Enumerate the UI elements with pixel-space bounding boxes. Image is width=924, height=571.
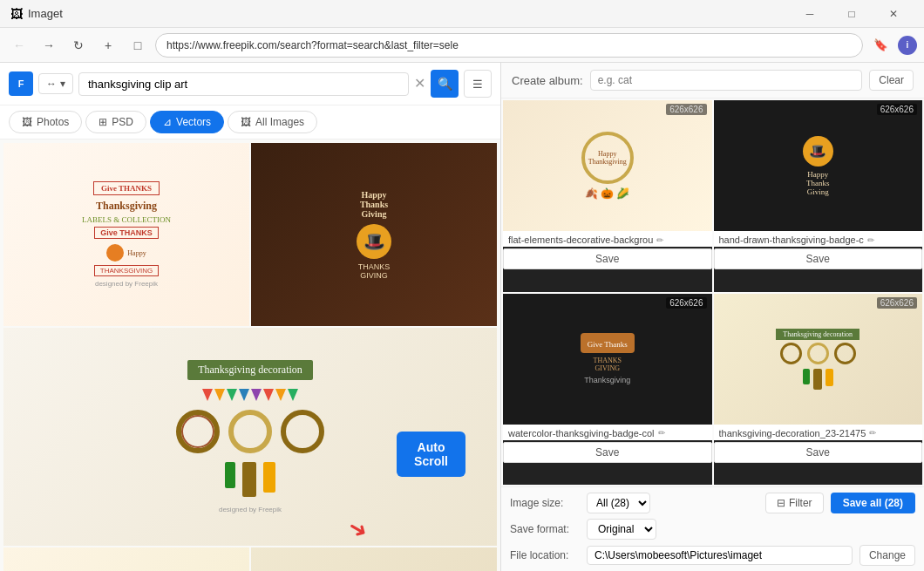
main-container: F ↔ ▾ ✕ 🔍 ☰ 🖼 Photos ⊞ PSD [0,63,924,571]
save-button[interactable]: Save [714,248,923,269]
image-size-badge: 626x626 [666,104,706,115]
bookmark-button[interactable]: 🔖 [868,33,893,58]
filename: thanksgiving-decoration_23-21475 ✏ [719,428,918,438]
edit-icon[interactable]: ✏ [656,235,663,245]
image-size-label: Image size: [510,497,580,509]
search-clear-button[interactable]: ✕ [414,77,425,91]
list-item[interactable]: 🎩 HappyThanksGiving 626x626 hand-drawn-t… [714,100,923,292]
clear-button[interactable]: Clear [869,70,914,91]
back-button[interactable]: ← [7,33,31,58]
save-button[interactable]: Save [503,248,712,269]
reload-button[interactable]: ↻ [66,33,91,58]
card-info: hand-drawn-thanksgiving-badge-c ✏ [714,231,923,247]
list-item[interactable]: HappyThanksgiving 🍂 🎃 🌽 626x626 flat-ele… [503,100,712,292]
auto-scroll-button[interactable]: Auto Scroll [397,432,465,477]
image-size-badge: 626x626 [877,297,917,309]
album-bar: Create album: Clear [501,63,924,99]
list-item[interactable]: Give THANKS Thanksgiving LABELS & COLLEC… [3,143,249,326]
tab-photos[interactable]: 🖼 Photos [9,111,82,133]
tab-all-images[interactable]: 🖼 All Images [228,111,317,133]
browser-bar: ← → ↻ + □ 🔖 i [0,28,924,63]
list-item[interactable]: Give Thanks THANKSGIVING Thanksgiving 62… [503,294,712,486]
window-controls: ─ □ ✕ [790,0,914,28]
minimize-button[interactable]: ─ [790,0,830,28]
decoration-banner: Thanksgiving decoration [187,360,313,380]
search-type-dropdown-icon: ▾ [60,78,65,90]
edit-icon[interactable]: ✏ [658,428,665,438]
file-location-row: File location: Change [510,545,915,566]
new-tab-button[interactable]: + [96,33,120,58]
left-panel: F ↔ ▾ ✕ 🔍 ☰ 🖼 Photos ⊞ PSD [0,63,501,571]
search-type-icon: ↔ [46,78,57,90]
list-item[interactable]: HAPPY THANKSGIVING [3,547,249,571]
image-size-select[interactable]: All (28) [587,493,650,513]
filename: hand-drawn-thanksgiving-badge-c ✏ [719,235,918,245]
all-images-icon: 🖼 [241,116,251,128]
close-button[interactable]: ✕ [873,0,914,28]
save-format-select[interactable]: Original [587,519,656,540]
filter-button[interactable]: ⊟ Filter [765,493,824,513]
file-location-input[interactable] [587,546,853,565]
psd-icon: ⊞ [99,116,107,128]
list-item[interactable]: 🌽 🎃 🍂 Autumn harvest [251,547,497,571]
extension-icon[interactable]: i [898,36,917,55]
card-info: thanksgiving-decoration_23-21475 ✏ [714,425,923,440]
filename: watercolor-thanksgiving-badge-col ✏ [508,428,707,438]
card-info: watercolor-thanksgiving-badge-col ✏ [503,425,712,440]
sliders-icon: ☰ [472,78,483,91]
app-title: Imaget [28,7,790,20]
file-location-label: File location: [510,549,580,561]
app-icon: 🖼 [10,7,23,21]
search-icon: 🔍 [438,77,452,91]
album-label: Create album: [512,74,583,87]
left-image-grid: Give THANKS Thanksgiving LABELS & COLLEC… [0,139,500,571]
list-item[interactable]: HappyThanksGiving 🎩 THANKSGIVING [251,143,497,326]
freepik-logo: F [9,71,33,96]
list-item[interactable]: Thanksgiving decoration 626x626 [714,294,923,486]
right-panel: Create album: Clear HappyThanksgiving 🍂 … [501,63,924,571]
album-input[interactable] [590,70,863,91]
image-size-row: Image size: All (28) ⊟ Filter Save all (… [510,493,915,513]
save-button[interactable]: Save [503,442,712,463]
save-all-button[interactable]: Save all (28) [831,493,915,513]
bottom-controls: Image size: All (28) ⊟ Filter Save all (… [501,486,924,571]
title-bar: 🖼 Imaget ─ □ ✕ [0,0,924,28]
save-button[interactable]: Save [714,442,923,463]
vectors-icon: ⊿ [163,116,172,128]
filter-options-button[interactable]: ☰ [464,70,492,98]
edit-icon[interactable]: ✏ [869,428,876,438]
card-info: flat-elements-decorative-backgrou ✏ [503,231,712,247]
edit-icon[interactable]: ✏ [867,235,874,245]
filter-tabs: 🖼 Photos ⊞ PSD ⊿ Vectors 🖼 All Images [0,105,500,139]
search-bar: F ↔ ▾ ✕ 🔍 ☰ [0,63,500,105]
save-format-label: Save format: [510,523,580,535]
home-button[interactable]: □ [126,33,150,58]
image-size-badge: 626x626 [666,297,706,309]
change-button[interactable]: Change [859,545,915,566]
filename: flat-elements-decorative-backgrou ✏ [508,235,707,245]
image-size-badge: 626x626 [877,104,917,115]
right-image-grid: HappyThanksgiving 🍂 🎃 🌽 626x626 flat-ele… [501,99,924,486]
forward-button[interactable]: → [37,33,61,58]
filter-icon: ⊟ [777,497,785,509]
photos-icon: 🖼 [22,116,32,128]
address-bar[interactable] [155,33,863,58]
search-input[interactable] [78,72,409,96]
save-format-row: Save format: Original [510,519,915,540]
search-type-button[interactable]: ↔ ▾ [38,73,73,94]
tab-vectors[interactable]: ⊿ Vectors [150,111,224,133]
maximize-button[interactable]: □ [832,0,872,28]
tab-psd[interactable]: ⊞ PSD [85,111,146,133]
search-button[interactable]: 🔍 [431,70,459,98]
